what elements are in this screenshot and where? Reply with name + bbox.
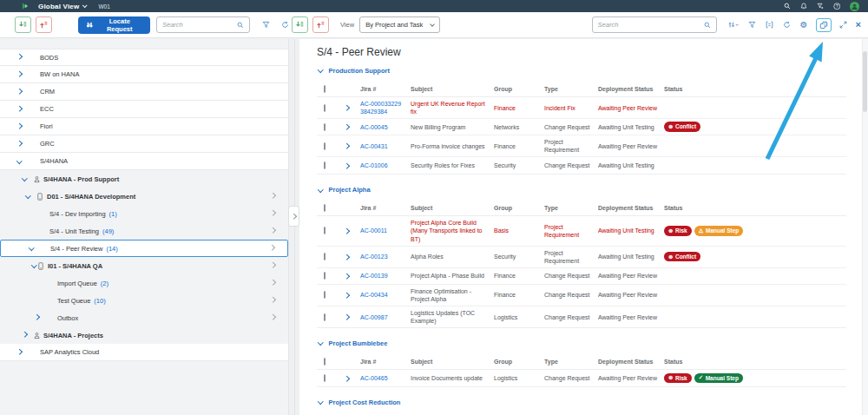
chevron-down-icon[interactable] bbox=[82, 3, 88, 8]
scrollbar-thumb[interactable] bbox=[863, 51, 867, 112]
section-header[interactable]: Project Bumblebee bbox=[319, 339, 846, 347]
navigate-chevron-icon[interactable] bbox=[270, 193, 275, 198]
export-list-button[interactable] bbox=[36, 16, 52, 33]
export-list-button[interactable] bbox=[312, 16, 329, 33]
tree-item[interactable]: S/4 - Dev Importing(1) bbox=[0, 205, 288, 222]
expand-row-chevron-icon[interactable] bbox=[344, 293, 349, 298]
jira-link[interactable]: AC-00987 bbox=[360, 313, 411, 321]
expand-row-chevron-icon[interactable] bbox=[344, 254, 349, 260]
table-row[interactable]: AC-00123Alpha RolesSecurityProject Requi… bbox=[317, 247, 846, 268]
user-avatar[interactable] bbox=[850, 2, 859, 11]
table-row[interactable]: AC-00431Pro-Forma invoice changesFinance… bbox=[317, 135, 846, 157]
row-checkbox[interactable] bbox=[324, 291, 326, 299]
row-checkbox[interactable] bbox=[324, 161, 326, 169]
tree-item[interactable]: BW on HANA bbox=[0, 66, 288, 83]
table-row[interactable]: AC-00987Logistics Updates (TOC Example)L… bbox=[317, 306, 846, 327]
expand-button[interactable] bbox=[839, 21, 847, 29]
table-row[interactable]: AC-00139Project Alpha - Phase BuildFinan… bbox=[317, 268, 846, 285]
locate-request-button[interactable]: Locate Request bbox=[78, 16, 150, 34]
tree-item[interactable]: ECC bbox=[0, 101, 288, 118]
table-row[interactable]: AC-00003322938429384Urgent UK Revenue Re… bbox=[317, 97, 846, 119]
select-all-checkbox[interactable] bbox=[324, 85, 326, 93]
expand-row-chevron-icon[interactable] bbox=[344, 314, 349, 319]
tree-item[interactable]: S/4HANA - Prod Support bbox=[0, 170, 288, 188]
tree-item[interactable]: SAP Analytics Cloud bbox=[0, 344, 288, 361]
tree-item[interactable]: I01 - S/4HANA QA bbox=[0, 257, 288, 274]
cascade-windows-button[interactable] bbox=[819, 21, 828, 30]
section-header[interactable]: Project Alpha bbox=[319, 186, 846, 194]
row-checkbox[interactable] bbox=[324, 253, 326, 260]
row-checkbox[interactable] bbox=[324, 374, 326, 382]
jira-link[interactable]: AC-00123 bbox=[360, 253, 411, 260]
expand-row-chevron-icon[interactable] bbox=[344, 376, 349, 381]
import-list-button[interactable] bbox=[15, 16, 31, 33]
tree-item[interactable]: S/4 - Unit Testing(49) bbox=[0, 222, 288, 240]
expand-row-chevron-icon[interactable] bbox=[344, 105, 349, 110]
close-button[interactable]: × bbox=[856, 20, 861, 30]
expand-row-chevron-icon[interactable] bbox=[344, 228, 349, 234]
row-checkbox[interactable] bbox=[324, 272, 326, 280]
navigate-chevron-icon[interactable] bbox=[270, 314, 275, 319]
navigate-chevron-icon[interactable] bbox=[270, 262, 275, 267]
tree-item[interactable]: GRC bbox=[0, 135, 288, 153]
jira-link[interactable]: AC-01006 bbox=[360, 161, 411, 169]
navigate-chevron-icon[interactable] bbox=[270, 297, 275, 302]
row-checkbox[interactable] bbox=[324, 142, 326, 150]
tree-item[interactable]: BODS bbox=[0, 49, 288, 66]
jira-link[interactable]: AC-00045 bbox=[360, 123, 411, 131]
notifications-bell-icon[interactable] bbox=[800, 3, 807, 10]
jira-link[interactable]: AC-00465 bbox=[360, 374, 411, 382]
jira-link[interactable]: AC-00003322938429384 bbox=[360, 100, 411, 115]
settings-button[interactable]: ⚙ bbox=[800, 21, 808, 30]
table-search-input[interactable] bbox=[598, 21, 700, 29]
refresh-button[interactable] bbox=[783, 21, 791, 29]
vertical-scrollbar[interactable] bbox=[862, 39, 868, 415]
section-header[interactable]: Production Support bbox=[319, 67, 846, 75]
help-icon[interactable]: ? bbox=[833, 3, 841, 10]
import-list-button[interactable] bbox=[292, 16, 308, 33]
filter-button[interactable] bbox=[748, 21, 756, 29]
tree-item[interactable]: S/4HANA - Projects bbox=[0, 326, 288, 344]
table-row[interactable]: AC-01006Security Roles for FixesSecurity… bbox=[317, 157, 846, 174]
tree-item[interactable]: S/4 - Peer Review(14) bbox=[0, 240, 288, 257]
refresh-button[interactable] bbox=[281, 21, 289, 29]
navigate-chevron-icon[interactable] bbox=[270, 227, 275, 233]
expand-row-chevron-icon[interactable] bbox=[344, 124, 349, 129]
expand-row-chevron-icon[interactable] bbox=[344, 273, 349, 279]
tree-item[interactable]: S/4HANA bbox=[0, 153, 288, 170]
row-checkbox[interactable] bbox=[324, 104, 326, 112]
jira-link[interactable]: AC-00139 bbox=[360, 272, 411, 280]
view-switcher[interactable]: Global View bbox=[38, 3, 79, 10]
table-row[interactable]: AC-00434Finance Optimisation - Project A… bbox=[317, 285, 846, 306]
section-header[interactable]: Project Cost Reduction bbox=[319, 399, 846, 406]
row-checkbox[interactable] bbox=[324, 123, 326, 131]
search-icon[interactable] bbox=[784, 3, 791, 10]
row-checkbox[interactable] bbox=[324, 227, 326, 234]
navigate-chevron-icon[interactable] bbox=[270, 210, 275, 215]
search-icon[interactable] bbox=[704, 22, 711, 29]
navigate-chevron-icon[interactable] bbox=[269, 245, 274, 250]
select-columns-button[interactable] bbox=[766, 21, 773, 29]
expand-row-chevron-icon[interactable] bbox=[344, 163, 349, 168]
filter-button[interactable] bbox=[262, 21, 270, 29]
expand-row-chevron-icon[interactable] bbox=[344, 143, 349, 148]
tree-item[interactable]: Fiori bbox=[0, 118, 288, 135]
jira-link[interactable]: AC-00011 bbox=[360, 227, 411, 234]
table-row[interactable]: AC-00465Invoice Documents updateLogistic… bbox=[317, 370, 846, 386]
view-select[interactable]: By Project and Task bbox=[359, 16, 440, 33]
filter-add-icon[interactable] bbox=[817, 3, 824, 10]
tree-item[interactable]: D01 - S/4HANA Development bbox=[0, 188, 288, 205]
jira-link[interactable]: AC-00434 bbox=[360, 291, 411, 299]
select-all-checkbox[interactable] bbox=[324, 358, 326, 366]
tree-item[interactable]: Outbox bbox=[0, 309, 288, 326]
tree-search-input[interactable] bbox=[162, 21, 233, 29]
sort-button[interactable] bbox=[727, 21, 740, 29]
row-checkbox[interactable] bbox=[324, 313, 326, 321]
tree-item[interactable]: Test Queue(10) bbox=[0, 292, 288, 309]
collapse-panel-handle[interactable] bbox=[288, 206, 299, 227]
table-row[interactable]: AC-00011Project Alpha Core Build (Many T… bbox=[317, 216, 846, 246]
tree-item[interactable]: Import Queue(2) bbox=[0, 274, 288, 292]
search-icon[interactable] bbox=[237, 22, 244, 29]
select-all-checkbox[interactable] bbox=[324, 204, 326, 212]
table-row[interactable]: AC-00045New Billing ProgramNetworksChang… bbox=[317, 119, 846, 135]
